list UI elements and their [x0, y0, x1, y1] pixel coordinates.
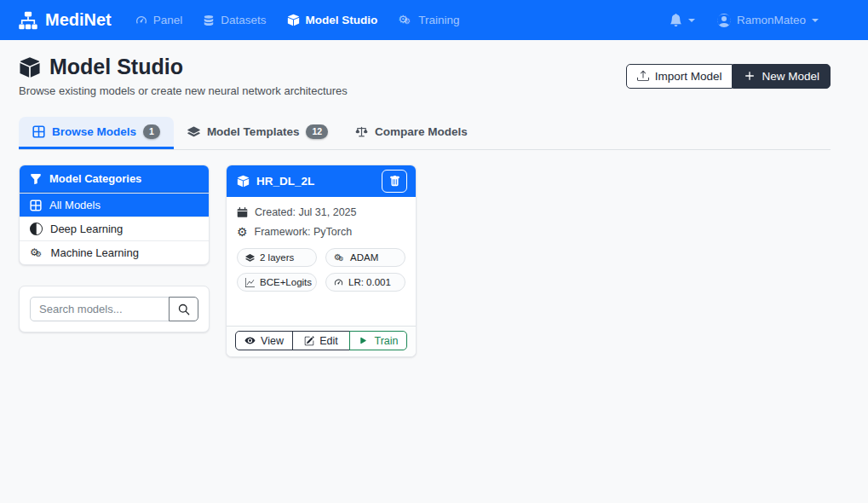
- model-card: HR_DL_2L Created: Jul 31, 2025 ⚙︎ Framew…: [226, 165, 417, 357]
- search-card: [19, 286, 210, 332]
- bell-icon: [670, 14, 682, 26]
- nav-item-label: Model Studio: [306, 14, 378, 26]
- count-badge: 1: [143, 124, 160, 139]
- model-card-header: HR_DL_2L: [227, 165, 416, 197]
- badge-label: BCE+Logits: [260, 277, 312, 287]
- chevron-down-icon: [812, 19, 819, 22]
- nav-item-label: Datasets: [221, 14, 266, 26]
- model-framework-line: ⚙︎ Framework: PyTorch: [237, 226, 405, 238]
- page-header-text: Model Studio Browse existing models or c…: [19, 55, 348, 97]
- speedometer-icon: [135, 14, 147, 26]
- tab-label: Browse Models: [52, 125, 136, 138]
- trash-icon: [389, 176, 400, 187]
- search-input[interactable]: [30, 297, 170, 321]
- model-framework-text: Framework: PyTorch: [255, 226, 353, 238]
- play-icon: [358, 335, 369, 346]
- page-header: Model Studio Browse existing models or c…: [19, 55, 831, 97]
- plus-icon: [744, 70, 756, 82]
- user-dropdown[interactable]: RamonMateo: [717, 14, 819, 27]
- search-icon: [178, 304, 190, 315]
- tab-bar: Browse Models 1 Model Templates 12 Compa…: [19, 117, 831, 150]
- model-card-footer: View Edit Train: [227, 326, 416, 356]
- nav-item-label: Training: [418, 14, 459, 26]
- navbar-right: RamonMateo: [670, 14, 819, 27]
- brand-label: MediNet: [45, 10, 112, 30]
- gear-icon: ⚙︎: [237, 226, 248, 238]
- delete-model-button[interactable]: [382, 170, 407, 193]
- model-name: HR_DL_2L: [237, 175, 314, 188]
- train-button[interactable]: Train: [349, 331, 407, 350]
- tab-label: Compare Models: [375, 125, 468, 138]
- chevron-down-icon: [688, 19, 695, 22]
- model-categories-title: Model Categories: [49, 172, 141, 185]
- nav-item-label: Panel: [153, 14, 183, 26]
- pencil-square-icon: [304, 336, 314, 346]
- edit-button[interactable]: Edit: [292, 331, 350, 350]
- tab-model-templates[interactable]: Model Templates 12: [174, 117, 342, 149]
- import-model-button[interactable]: Import Model: [626, 64, 733, 89]
- model-categories-card: Model Categories All Models Deep Learnin…: [19, 165, 210, 265]
- brand[interactable]: MediNet: [19, 10, 112, 30]
- page-subtitle: Browse existing models or create new neu…: [19, 84, 348, 97]
- person-circle-icon: [717, 14, 731, 27]
- nav-item-panel[interactable]: Panel: [125, 0, 193, 40]
- search-group: [30, 297, 198, 321]
- model-card-body: Created: Jul 31, 2025 ⚙︎ Framework: PyTo…: [227, 197, 416, 326]
- spacer: [237, 292, 405, 326]
- layers-icon: [187, 125, 200, 138]
- model-name-label: HR_DL_2L: [256, 175, 314, 188]
- page-title: Model Studio: [19, 55, 348, 79]
- tab-label: Model Templates: [207, 125, 300, 138]
- badge-label: LR: 0.001: [348, 277, 391, 287]
- tab-browse-models[interactable]: Browse Models 1: [19, 117, 174, 149]
- new-model-button[interactable]: New Model: [733, 64, 831, 89]
- user-name: RamonMateo: [737, 14, 806, 26]
- sidebar-item-label: All Models: [49, 199, 101, 211]
- search-button[interactable]: [169, 297, 198, 321]
- train-label: Train: [374, 335, 398, 347]
- sidebar-item-label: Machine Learning: [51, 246, 139, 259]
- upload-icon: [637, 70, 649, 82]
- badge-label: 2 layers: [260, 252, 294, 263]
- learning-rate-badge: LR: 0.001: [325, 273, 405, 292]
- cube-icon: [19, 56, 41, 78]
- gears-icon: ⚙︎⚙︎: [398, 14, 412, 26]
- nav-item-datasets[interactable]: Datasets: [193, 0, 276, 40]
- tab-compare-models[interactable]: Compare Models: [342, 117, 481, 149]
- header-actions: Import Model New Model: [626, 64, 831, 89]
- view-button[interactable]: View: [235, 331, 293, 350]
- badge-label: ADAM: [350, 252, 378, 263]
- nav-item-training[interactable]: ⚙︎⚙︎ Training: [388, 0, 469, 40]
- notifications-dropdown[interactable]: [670, 14, 695, 26]
- layers-badge: 2 layers: [237, 248, 317, 267]
- model-created-text: Created: Jul 31, 2025: [255, 206, 357, 218]
- circle-half-icon: [30, 223, 43, 235]
- model-badges: 2 layers ⚙︎⚙︎ ADAM BCE+Logits LR: 0.001: [237, 248, 405, 292]
- top-navbar: MediNet Panel Datasets Model Studio ⚙︎⚙︎…: [0, 0, 868, 40]
- sidebar-item-all-models[interactable]: All Models: [20, 193, 209, 217]
- page-title-label: Model Studio: [49, 55, 183, 79]
- cube-icon: [237, 175, 250, 188]
- sidebar-item-machine-learning[interactable]: ⚙︎⚙︎ Machine Learning: [20, 240, 209, 264]
- database-icon: [203, 14, 215, 26]
- sidebar-item-deep-learning[interactable]: Deep Learning: [20, 217, 209, 240]
- model-categories-header: Model Categories: [20, 165, 209, 193]
- model-actions: View Edit Train: [235, 331, 407, 350]
- speedometer-icon: [334, 278, 343, 287]
- gears-icon: ⚙︎⚙︎: [30, 247, 43, 258]
- import-model-label: Import Model: [655, 70, 722, 83]
- new-model-label: New Model: [762, 70, 819, 83]
- optimizer-badge: ⚙︎⚙︎ ADAM: [325, 248, 405, 267]
- edit-label: Edit: [319, 335, 338, 347]
- funnel-icon: [30, 173, 42, 185]
- cube-icon: [287, 14, 300, 26]
- scale-icon: [355, 125, 368, 138]
- count-badge: 12: [306, 124, 328, 139]
- network-diagram-icon: [19, 11, 37, 30]
- nav-item-model-studio[interactable]: Model Studio: [277, 0, 388, 40]
- graph-icon: [245, 278, 255, 287]
- model-created-line: Created: Jul 31, 2025: [237, 206, 405, 218]
- view-label: View: [261, 335, 284, 347]
- grid-icon: [30, 199, 42, 211]
- layers-icon: [245, 253, 255, 263]
